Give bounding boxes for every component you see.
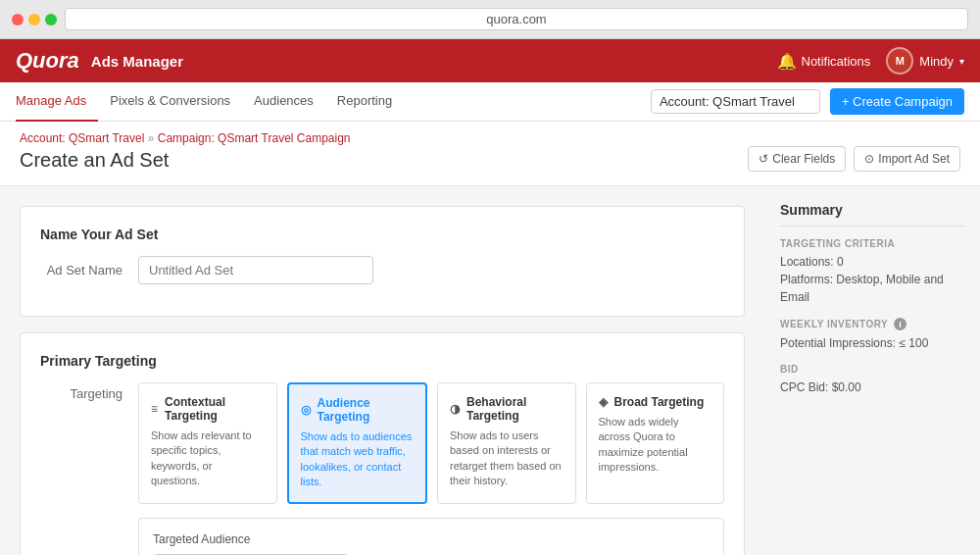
ad-set-name-row: Ad Set Name xyxy=(40,256,724,284)
page-header-row: Account: QSmart Travel » Campaign: QSmar… xyxy=(20,131,960,172)
ad-set-name-label: Ad Set Name xyxy=(40,263,138,278)
behavioral-icon: ◑ xyxy=(450,402,460,416)
nav-right: Account: QSmart Travel + Create Campaign xyxy=(651,88,964,115)
summary-locations: Locations: 0 xyxy=(780,253,964,271)
user-name: Mindy xyxy=(919,54,954,69)
audience-icon: ◎ xyxy=(301,403,311,417)
primary-targeting-section: Primary Targeting Targeting ≡ Contextual… xyxy=(20,332,745,555)
page-title: Create an Ad Set xyxy=(20,149,351,172)
bell-icon: 🔔 xyxy=(777,52,797,71)
page-header-actions: ↺ Clear Fields ⊙ Import Ad Set xyxy=(748,146,960,172)
primary-targeting-title: Primary Targeting xyxy=(40,353,724,369)
chevron-down-icon: ▾ xyxy=(959,56,964,67)
targeting-card-contextual[interactable]: ≡ Contextual Targeting Show ads relevant… xyxy=(138,382,277,504)
browser-chrome: quora.com xyxy=(0,0,980,39)
summary-title: Summary xyxy=(780,202,964,227)
behavioral-card-desc: Show ads to users based on interests or … xyxy=(450,429,564,489)
create-campaign-button[interactable]: + Create Campaign xyxy=(830,88,964,115)
audience-card-title: ◎ Audience Targeting xyxy=(301,396,415,424)
notifications-button[interactable]: 🔔 Notifications xyxy=(777,52,871,71)
breadcrumb-account[interactable]: Account: QSmart Travel xyxy=(20,131,144,145)
broad-icon: ◈ xyxy=(599,395,608,409)
content-area: Name Your Ad Set Ad Set Name Primary Tar… xyxy=(0,186,764,555)
nav-audiences[interactable]: Audiences xyxy=(242,82,325,122)
notifications-label: Notifications xyxy=(802,54,871,69)
account-dropdown-wrapper: Account: QSmart Travel xyxy=(651,89,820,114)
browser-dots xyxy=(12,14,57,25)
top-nav-right: 🔔 Notifications M Mindy ▾ xyxy=(777,47,965,75)
ad-set-name-input[interactable] xyxy=(138,256,373,284)
dot-green[interactable] xyxy=(45,14,57,25)
secondary-nav: Manage Ads Pixels & Conversions Audience… xyxy=(0,82,980,122)
bid-label: BID xyxy=(780,364,964,375)
behavioral-card-title: ◑ Behavioral Targeting xyxy=(450,395,564,423)
audience-card-desc: Show ads to audiences that match web tra… xyxy=(301,429,415,490)
nav-reporting[interactable]: Reporting xyxy=(325,82,404,122)
audience-sub-section: Targeted Audience --- Create a New Audie… xyxy=(138,518,724,555)
user-avatar: M xyxy=(886,47,913,75)
broad-card-desc: Show ads widely across Quora to maximize… xyxy=(599,415,712,476)
contextual-icon: ≡ xyxy=(151,402,158,416)
weekly-inventory-info-icon[interactable]: i xyxy=(894,318,906,330)
ad-set-name-title: Name Your Ad Set xyxy=(40,227,724,242)
summary-weekly-inventory-value: Potential Impressions: ≤ 100 xyxy=(780,334,964,352)
account-select[interactable]: Account: QSmart Travel xyxy=(651,89,820,114)
main-content: Name Your Ad Set Ad Set Name Primary Tar… xyxy=(0,186,980,555)
broad-card-title: ◈ Broad Targeting xyxy=(599,395,712,409)
targeting-card-broad[interactable]: ◈ Broad Targeting Show ads widely across… xyxy=(586,382,725,504)
nav-pixels-conversions[interactable]: Pixels & Conversions xyxy=(98,82,242,122)
top-nav: Quora Ads Manager 🔔 Notifications M Mind… xyxy=(0,39,980,82)
dot-red[interactable] xyxy=(12,14,24,25)
refresh-icon: ↺ xyxy=(759,152,768,166)
targeting-criteria-label: TARGETING CRITERIA xyxy=(780,238,964,249)
summary-platforms: Platforms: Desktop, Mobile and Email xyxy=(780,271,964,306)
weekly-inventory-label: WEEKLY INVENTORY i xyxy=(780,318,964,330)
targeting-card-behavioral[interactable]: ◑ Behavioral Targeting Show ads to users… xyxy=(437,382,576,504)
nav-manage-ads[interactable]: Manage Ads xyxy=(16,82,98,122)
targeting-label: Targeting xyxy=(40,382,138,401)
user-menu-button[interactable]: M Mindy ▾ xyxy=(886,47,964,75)
dot-yellow[interactable] xyxy=(28,14,40,25)
targeting-cards-container: ≡ Contextual Targeting Show ads relevant… xyxy=(138,382,724,555)
ads-manager-label: Ads Manager xyxy=(91,53,183,70)
summary-sidebar: Summary TARGETING CRITERIA Locations: 0 … xyxy=(764,186,980,555)
targeting-row: Targeting ≡ Contextual Targeting Show ad… xyxy=(40,382,724,555)
targeted-audience-label: Targeted Audience xyxy=(153,532,710,546)
page-header: Account: QSmart Travel » Campaign: QSmar… xyxy=(0,122,980,186)
import-ad-set-button[interactable]: ⊙ Import Ad Set xyxy=(854,146,960,172)
clear-fields-button[interactable]: ↺ Clear Fields xyxy=(748,146,846,172)
import-icon: ⊙ xyxy=(864,152,874,166)
summary-bid-value: CPC Bid: $0.00 xyxy=(780,378,964,396)
breadcrumb-campaign[interactable]: Campaign: QSmart Travel Campaign xyxy=(158,131,351,145)
quora-logo: Quora xyxy=(16,48,79,74)
contextual-card-title: ≡ Contextual Targeting xyxy=(151,395,265,423)
targeting-card-audience[interactable]: ◎ Audience Targeting Show ads to audienc… xyxy=(287,382,428,504)
ad-set-name-section: Name Your Ad Set Ad Set Name xyxy=(20,206,745,317)
targeting-cards: ≡ Contextual Targeting Show ads relevant… xyxy=(138,382,724,504)
address-bar[interactable]: quora.com xyxy=(65,8,968,30)
contextual-card-desc: Show ads relevant to specific topics, ke… xyxy=(151,429,265,489)
breadcrumb: Account: QSmart Travel » Campaign: QSmar… xyxy=(20,131,351,145)
